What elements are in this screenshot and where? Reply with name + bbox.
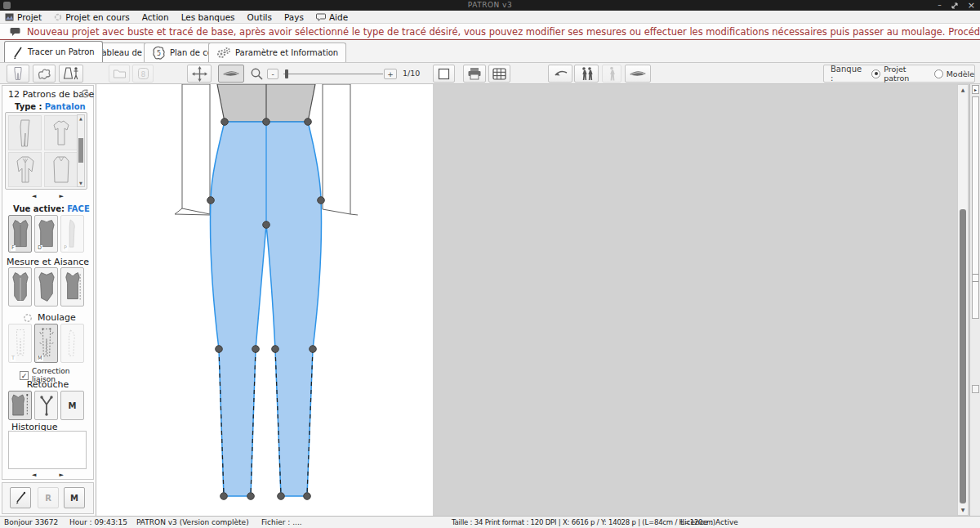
move-button[interactable] [187,65,212,83]
mesure-button-1[interactable] [8,267,32,307]
control-point[interactable] [318,197,325,204]
menu-aide[interactable]: Aide [316,12,348,22]
vue-value: FACE [67,204,90,213]
curve-icon [37,67,52,81]
scroll-up-icon[interactable]: ▲ [958,85,968,95]
view-profile-button[interactable]: P [60,215,84,253]
mesure-title: Mesure et Aisance [0,257,96,267]
view-front-button[interactable]: F [8,215,32,253]
control-point[interactable] [272,346,279,353]
thumbnail-coat[interactable] [44,152,78,187]
zoom-fraction-label: 1/10 [403,69,420,78]
control-point[interactable] [263,221,270,229]
canvas-vertical-scrollbar[interactable]: ▲ ▼ [957,84,969,516]
outer-vertical-scrollbar[interactable]: ▸ [969,84,980,516]
dress-model-button[interactable] [59,65,83,83]
scroll-up-icon[interactable]: ▲ [78,116,84,121]
history-pager[interactable]: ◄► [0,472,96,478]
thumbnail-scroll-thumb[interactable] [78,138,83,163]
close-button[interactable]: × [968,0,975,11]
control-point[interactable] [263,119,270,126]
menu-pays[interactable]: Pays [284,12,304,22]
thumbnail-pants[interactable] [8,115,42,150]
tab-parametre-et-information[interactable]: Paramètre et Information [208,43,346,62]
pants-icon [11,66,25,81]
zoom-slider-handle[interactable] [285,69,288,78]
trace-tool-button[interactable] [10,487,31,508]
outer-scrollbar-thumb[interactable] [972,96,979,319]
scroll-down-icon[interactable]: ▼ [78,181,84,186]
scroll-down-icon[interactable]: ▼ [958,505,968,515]
zoom-out-button[interactable]: - [267,69,278,79]
thumbnail-tshirt[interactable] [44,115,78,150]
banque-radio-projet-patron[interactable] [871,69,880,78]
moulage-profile-button[interactable] [60,324,84,363]
mesure-button-3[interactable] [60,267,84,307]
menu-action[interactable]: Action [142,12,169,22]
tab-tracer-un-patron[interactable]: Tracer un Patron [4,41,103,62]
pattern-svg[interactable] [96,84,433,516]
vue-label: Vue active: [13,204,65,213]
printer-icon [467,67,482,80]
refresh-patterns-icon[interactable] [80,88,91,99]
control-point[interactable] [310,346,317,353]
two-models-button[interactable] [574,65,599,83]
zoom-in-button[interactable]: + [384,69,397,79]
menu-projet-en-cours[interactable]: Projet en cours [54,12,130,22]
control-point[interactable] [221,119,229,126]
outer-scrollbar-grip[interactable] [973,274,978,282]
zoom-slider-track[interactable] [283,74,383,74]
thumbnail-scrollbar[interactable]: ▲ ▼ [77,114,85,187]
control-point[interactable] [304,493,311,500]
grid-button[interactable] [488,65,510,83]
history-list[interactable] [8,431,87,469]
pants-tool-button[interactable] [7,65,29,83]
moulage-letter: M [37,356,43,361]
correction-checkbox[interactable]: ✓ [20,371,29,380]
r-button[interactable]: R [38,487,59,508]
control-point[interactable] [252,346,260,353]
control-point[interactable] [216,346,223,353]
scrollbar-thumb[interactable] [960,209,966,503]
view-back-button[interactable]: D [34,215,58,253]
restore-icon[interactable] [951,2,958,9]
svg-text:5: 5 [157,49,161,56]
flip-view-button[interactable] [548,65,572,83]
menu-outils[interactable]: Outils [247,12,272,22]
menu-projet[interactable]: Projet [5,12,42,22]
retouche-m-button[interactable]: M [60,391,84,420]
banque-radio-modele[interactable] [934,69,943,78]
control-point[interactable] [278,493,285,500]
outer-scrollbar-handle[interactable] [972,385,979,393]
thumbnail-jacket[interactable] [8,152,42,187]
control-point[interactable] [207,197,215,204]
folder-icon [113,68,127,79]
folder-button[interactable] [109,65,130,83]
snap-button[interactable]: 8 [132,65,154,83]
control-point[interactable] [220,493,228,500]
single-model-button[interactable] [602,65,621,83]
title-bar: PATRON v3 – × [0,0,980,11]
menu-les-banques[interactable]: Les banques [181,12,235,22]
show-eye-button[interactable] [625,65,651,83]
y-tool-icon [37,394,56,417]
moulage-spinner-icon [23,313,33,323]
view-eye-button[interactable] [218,65,244,83]
torso-shape [217,84,315,122]
retouche-measure-button[interactable] [8,391,32,420]
mesure-button-2[interactable] [34,267,58,307]
control-point[interactable] [305,119,312,126]
page-preview-button[interactable] [433,65,455,83]
toolbar: 8 - + 1/10 [0,62,980,84]
m-button[interactable]: M [64,487,85,508]
freeform-curve-button[interactable] [33,65,56,83]
patron-app-window: PATRON v3 – × Projet Projet en cours Act… [0,0,980,528]
print-button[interactable] [463,65,486,83]
control-point[interactable] [247,493,255,500]
thumbnail-pager[interactable]: ◄► [0,193,96,199]
minimize-button[interactable]: – [938,0,942,11]
outer-scroll-top-button[interactable]: ▸ [972,85,979,94]
moulage-m-button[interactable]: M [34,324,58,363]
retouche-y-tool-button[interactable] [34,391,58,420]
moulage-t-button[interactable]: T [8,324,32,363]
